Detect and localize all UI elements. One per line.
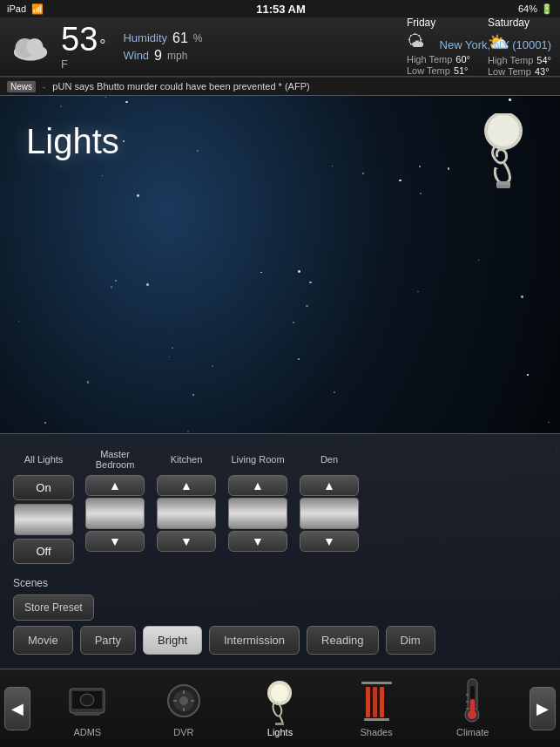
nav-item-adms[interactable]: ADMS xyxy=(52,680,122,737)
living-room-dimmer: ▲ ▼ xyxy=(227,475,288,552)
dvr-label: DVR xyxy=(173,727,193,737)
climate-icon xyxy=(457,680,488,723)
lights-nav-icon xyxy=(260,680,300,723)
temp-unit-f: F xyxy=(61,58,105,71)
all-lights-slider xyxy=(14,504,73,535)
nav-item-dvr[interactable]: DVR xyxy=(149,680,219,737)
nav-item-climate[interactable]: Climate xyxy=(438,680,508,737)
svg-rect-6 xyxy=(497,185,509,188)
den-up-button[interactable]: ▲ xyxy=(300,475,359,496)
forecast-friday-name: Friday xyxy=(407,17,435,29)
nav-prev-button[interactable]: ◀ xyxy=(4,687,30,730)
master-bedroom-group: Master Bedroom ▲ ▼ xyxy=(84,447,145,552)
living-room-label: Living Room xyxy=(231,447,284,472)
temp-degree: ° xyxy=(99,37,105,55)
master-bedroom-dimmer: ▲ ▼ xyxy=(84,475,145,552)
kitchen-group: Kitchen ▲ ▼ xyxy=(156,447,217,552)
wind-unit: mph xyxy=(167,50,187,62)
svg-rect-9 xyxy=(74,712,100,716)
climate-label: Climate xyxy=(456,727,489,737)
wifi-icon: 📶 xyxy=(31,3,44,15)
svg-point-4 xyxy=(488,115,519,146)
living-room-group: Living Room ▲ ▼ xyxy=(227,447,288,552)
news-bar: News - pUN says Bhutto murder could have… xyxy=(0,77,560,96)
master-bedroom-slider xyxy=(85,498,145,529)
time-display: 11:53 AM xyxy=(256,3,306,16)
scenes-label: Scenes xyxy=(13,577,547,589)
weather-bar: 53 ° F Humidity 61 % Wind 9 mph Friday 🌤… xyxy=(0,17,560,77)
dvr-icon xyxy=(162,680,206,723)
all-lights-group: All Lights On Off xyxy=(13,447,74,564)
nav-next-button[interactable]: ▶ xyxy=(530,687,556,730)
svg-point-14 xyxy=(179,696,188,705)
kitchen-dimmer: ▲ ▼ xyxy=(156,475,217,552)
temperature-display: 53 xyxy=(61,23,98,56)
store-preset-button[interactable]: Store Preset xyxy=(13,594,94,621)
scene-intermission-button[interactable]: Intermission xyxy=(209,626,300,655)
status-bar: iPad 📶 11:53 AM 64% 🔋 xyxy=(0,0,560,17)
den-dimmer: ▲ ▼ xyxy=(299,475,360,552)
living-room-up-button[interactable]: ▲ xyxy=(228,475,287,496)
svg-rect-25 xyxy=(380,687,384,717)
svg-point-31 xyxy=(468,710,476,719)
weather-icon-main xyxy=(9,25,52,69)
all-lights-label: All Lights xyxy=(24,447,64,472)
main-content: Lights All Lights On Off xyxy=(0,96,560,669)
nav-items: ADMS DVR xyxy=(30,680,530,737)
lights-nav-label: Lights xyxy=(267,727,293,737)
adms-icon xyxy=(65,680,109,723)
nav-item-lights[interactable]: Lights xyxy=(245,680,314,737)
wind-value: 9 xyxy=(154,48,162,64)
adms-label: ADMS xyxy=(73,727,101,737)
scene-reading-button[interactable]: Reading xyxy=(307,626,378,655)
controls-panel: All Lights On Off Master Bedroom ▲ ▼ Kit… xyxy=(0,433,560,669)
all-lights-controls: On Off xyxy=(13,475,74,564)
svg-rect-26 xyxy=(364,718,389,721)
battery-percent: 64% xyxy=(518,3,537,14)
all-lights-on-button[interactable]: On xyxy=(13,475,74,500)
svg-point-2 xyxy=(26,38,43,55)
all-lights-off-button[interactable]: Off xyxy=(13,539,74,564)
svg-rect-23 xyxy=(366,687,370,717)
master-bedroom-down-button[interactable]: ▼ xyxy=(85,531,145,552)
kitchen-slider xyxy=(157,498,216,529)
page-title: Lights xyxy=(26,122,119,161)
den-slider xyxy=(300,498,359,529)
master-bedroom-up-button[interactable]: ▲ xyxy=(85,475,145,496)
nav-item-shades[interactable]: Shades xyxy=(341,680,411,737)
svg-rect-22 xyxy=(361,682,392,684)
kitchen-down-button[interactable]: ▼ xyxy=(157,531,216,552)
den-label: Den xyxy=(320,447,338,472)
device-label: iPad xyxy=(7,3,26,14)
scene-dim-button[interactable]: Dim xyxy=(386,626,435,655)
city-name: New York, NY (10001) xyxy=(440,38,551,51)
news-label: News xyxy=(7,81,36,92)
forecast-saturday-name: Saturday xyxy=(488,17,530,29)
living-room-slider xyxy=(228,498,287,529)
lights-row: All Lights On Off Master Bedroom ▲ ▼ Kit… xyxy=(13,447,547,564)
humidity-wind-section: Humidity 61 % Wind 9 mph xyxy=(123,31,202,64)
scene-movie-button[interactable]: Movie xyxy=(13,626,73,655)
living-room-down-button[interactable]: ▼ xyxy=(228,531,287,552)
svg-rect-21 xyxy=(275,723,284,725)
bulb-icon xyxy=(473,113,534,204)
humidity-label: Humidity xyxy=(123,31,167,44)
scenes-row-2: Movie Party Bright Intermission Reading … xyxy=(13,626,547,655)
news-ticker-text: pUN says Bhutto murder could have been p… xyxy=(52,81,309,92)
kitchen-up-button[interactable]: ▲ xyxy=(157,475,216,496)
battery-icon: 🔋 xyxy=(541,3,553,15)
den-down-button[interactable]: ▼ xyxy=(300,531,359,552)
shades-icon xyxy=(357,680,396,723)
humidity-value: 61 xyxy=(172,31,188,46)
bottom-nav: ◀ ADMS xyxy=(0,669,560,747)
master-bedroom-label: Master Bedroom xyxy=(96,447,135,472)
wind-label: Wind xyxy=(123,49,149,62)
forecast-friday-icon: 🌤 xyxy=(407,31,424,51)
shades-label: Shades xyxy=(360,727,392,737)
scene-bright-button[interactable]: Bright xyxy=(143,626,202,655)
scene-party-button[interactable]: Party xyxy=(80,626,136,655)
svg-rect-30 xyxy=(470,699,475,712)
scenes-row-1: Store Preset xyxy=(13,594,547,621)
kitchen-label: Kitchen xyxy=(171,447,203,472)
svg-point-11 xyxy=(83,696,91,704)
